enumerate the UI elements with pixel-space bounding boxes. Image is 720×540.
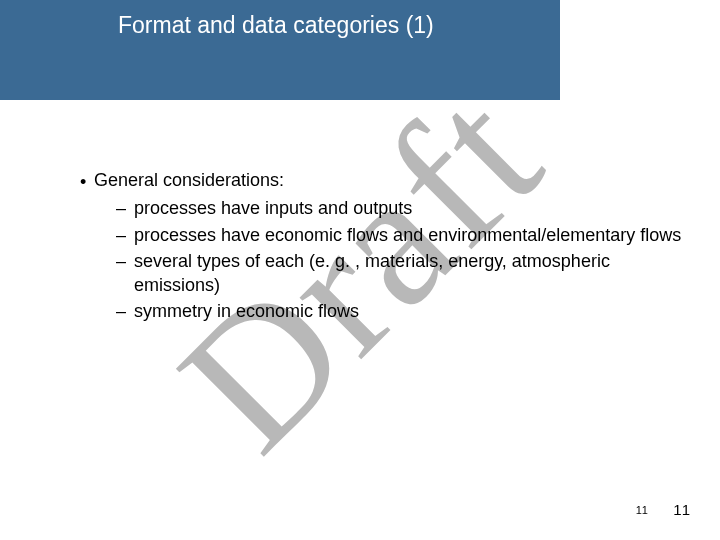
dash-marker: – bbox=[116, 223, 134, 247]
list-item: – several types of each (e. g. , materia… bbox=[116, 249, 690, 298]
list-item: – symmetry in economic flows bbox=[116, 299, 690, 323]
page-number-large: 11 bbox=[673, 501, 690, 518]
list-item-text: processes have inputs and outputs bbox=[134, 196, 412, 220]
list-item-text: symmetry in economic flows bbox=[134, 299, 359, 323]
list-item-text: processes have economic flows and enviro… bbox=[134, 223, 681, 247]
content-area: • General considerations: – processes ha… bbox=[80, 168, 690, 324]
bullet-marker: • bbox=[80, 168, 94, 194]
list-item: – processes have inputs and outputs bbox=[116, 196, 690, 220]
bullet-item: • General considerations: bbox=[80, 168, 690, 194]
slide-title: Format and data categories (1) bbox=[118, 12, 560, 39]
list-item: – processes have economic flows and envi… bbox=[116, 223, 690, 247]
dash-marker: – bbox=[116, 196, 134, 220]
list-item-text: several types of each (e. g. , materials… bbox=[134, 249, 690, 298]
dash-marker: – bbox=[116, 299, 134, 323]
bullet-heading: General considerations: bbox=[94, 168, 284, 192]
sub-list: – processes have inputs and outputs – pr… bbox=[116, 196, 690, 323]
page-number-small: 11 bbox=[636, 504, 648, 516]
dash-marker: – bbox=[116, 249, 134, 273]
title-bar: Format and data categories (1) bbox=[0, 0, 560, 100]
